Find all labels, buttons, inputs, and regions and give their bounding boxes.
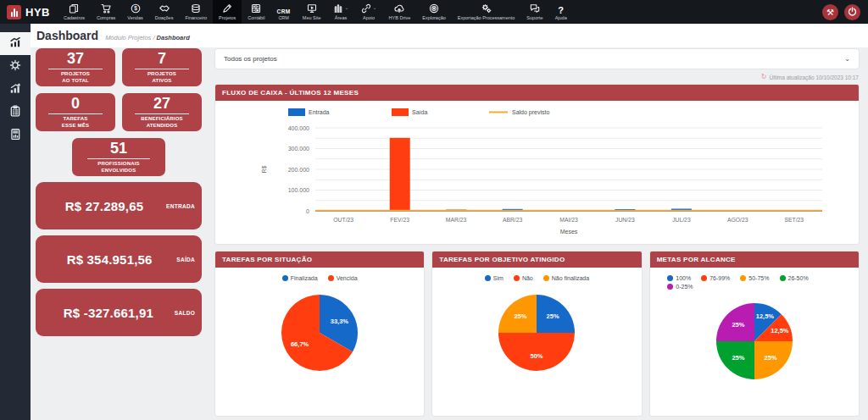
svg-text:25%: 25% [515,312,527,320]
sidebar-item-3[interactable] [0,78,31,101]
nav-item-label: HYB Drive [389,16,411,21]
sidebar-item-1[interactable] [0,32,31,55]
nav-item-ajuda[interactable]: ?Ajuda [549,0,573,24]
nav-item-crm[interactable]: CRMCRM [270,0,296,24]
legend-dot-icon [667,284,673,290]
svg-text:50%: 50% [531,352,543,360]
nav-item-exporta-o-processamento[interactable]: Exportação Processamento [452,0,521,24]
main-content: Todos os projetos ⌄ ↻ Última atualização… [214,48,860,417]
page-title: Dashboard [36,29,98,42]
money-value: R$ 27.289,65 [42,199,166,213]
legend-dot-icon [328,275,334,281]
nav-item-explora-o[interactable]: Exploração [416,0,452,24]
hyb-logo[interactable]: HYB [0,5,58,19]
nav-item-vendas[interactable]: $Vendas [121,0,148,24]
legend-dot-icon [485,275,491,281]
svg-text:Saída: Saída [412,109,427,115]
legend-item: Não [514,275,533,281]
tools-button[interactable]: ⚒ [822,4,838,20]
stat-card-projetos-ativos: 7 PROJETOSATIVOS [122,48,202,86]
stat-value: 27 [153,96,170,111]
legend-item: 100% [667,275,691,281]
nav-item--reas[interactable]: ⌄Áreas [327,0,355,24]
nav-item-label: Suporte [526,16,542,21]
power-icon [848,7,857,18]
nav-item-label: Cadastros [64,16,85,21]
dashboard-chart-icon [9,36,21,52]
svg-text:SET/23: SET/23 [784,217,804,223]
gear-icon [9,59,21,75]
legend-item: Finalizada [282,275,318,281]
legend-dot-icon [780,275,786,281]
project-filter-select[interactable]: Todos os projetos ⌄ [214,48,860,69]
svg-text:0: 0 [306,208,309,214]
svg-text:300.000: 300.000 [288,146,309,152]
tasks-status-panel: TAREFAS POR SITUAÇÃO FinalizadaVencida33… [214,251,425,417]
nav-item-label: Apoio [363,16,375,21]
tasks-objective-panel: TAREFAS POR OBJETIVO ATINGIDO SimNãoNão … [431,251,642,417]
nav-item-projetos[interactable]: Projetos [213,0,242,24]
legend-item: Sim [485,275,504,281]
refresh-icon: ↻ [761,74,767,80]
pie-legend: 100%76-99%50-75%26-50%0-25% [667,275,841,290]
nav-item-hyb-drive[interactable]: HYB Drive [383,0,417,24]
nav-item-label: Áreas [335,16,347,21]
svg-text:AGO/23: AGO/23 [727,217,748,223]
tasks-status-panel-title: TAREFAS POR SITUAÇÃO [215,251,424,268]
sidebar-item-5[interactable] [0,124,31,146]
stat-card-beneficiarios: 27 BENEFICIÁRIOSATENDIDOS [122,93,202,131]
nav-item-financeiro[interactable]: Financeiro [179,0,213,24]
sidebar-item-4[interactable] [0,101,31,124]
report-icon [9,128,21,143]
nav-item-cont-bil[interactable]: Contábil [242,0,270,24]
stat-card-profissionais: 51 PROFISSIONAISENVOLVIDOS [72,138,165,176]
nav-item-cadastros[interactable]: Cadastros [58,0,91,24]
last-update-status: ↻ Última atualização 10/10/2023 10:17 [215,74,859,80]
tools-icon: ⚒ [826,8,834,17]
nav-item-compras[interactable]: Compras [91,0,121,24]
nav-item-doa-es[interactable]: Doações [149,0,180,24]
tasks-status-pie-chart: FinalizadaVencida33,3%66,7% [215,275,424,383]
money-label: SAÍDA [176,257,195,262]
nav-item-meu-site[interactable]: Meu Site [297,0,327,24]
stat-value: 37 [67,51,84,66]
money-value: R$ 354.951,56 [42,252,176,267]
nav-item-label: Contábil [248,16,264,21]
svg-text:$: $ [134,6,137,13]
growth-chart-icon [9,82,21,97]
money-card-saldo: R$ -327.661,91 SALDO [36,289,202,336]
legend-dot-icon [543,275,549,281]
nav-item-label: Exploração [422,16,446,21]
svg-text:25%: 25% [764,354,776,362]
legend-dot-icon [667,275,673,281]
cashflow-chart: 0100.000200.000300.000400.000R$OUT/23FEV… [215,101,859,245]
hyb-logo-icon [7,5,21,19]
chevron-down-icon: ⌄ [844,55,850,63]
stat-label: BENEFICIÁRIOSATENDIDOS [141,116,183,130]
breadcrumb-module: Módulo Projetos [105,34,151,41]
money-value: R$ -327.661,91 [42,306,175,320]
money-label: SALDO [175,310,195,316]
cashflow-panel-title: FLUXO DE CAIXA - ÚLTIMOS 12 MESES [215,85,859,101]
svg-text:JUN/23: JUN/23 [615,217,635,223]
svg-text:R$: R$ [261,165,267,173]
app-window: HYB CadastrosCompras$VendasDoaçõesFinanc… [0,0,868,420]
svg-text:FEV/23: FEV/23 [390,217,409,223]
cashflow-panel: FLUXO DE CAIXA - ÚLTIMOS 12 MESES 0100.0… [214,84,860,245]
legend-dot-icon [701,275,707,281]
power-button[interactable] [844,4,860,20]
breadcrumb-current: Dashboard [157,34,190,41]
pie-legend: FinalizadaVencida [282,275,358,281]
legend-item: 50-75% [740,275,769,281]
goals-reach-panel: METAS POR ALCANCE 100%76-99%50-75%26-50%… [649,251,860,417]
stat-label: PROJETOSAO TOTAL [61,71,90,85]
left-sidebar [0,24,31,420]
svg-text:33,3%: 33,3% [331,318,349,325]
nav-item-suporte[interactable]: Suporte [520,0,548,24]
topnav-items: CadastrosCompras$VendasDoaçõesFinanceiro… [58,0,573,24]
stat-label: TAREFASESSE MÊS [62,116,89,130]
nav-item-apoio[interactable]: ⌄Apoio [355,0,383,24]
hyb-logo-text: HYB [25,6,50,19]
sidebar-item-2[interactable] [0,55,31,78]
top-navigation: HYB CadastrosCompras$VendasDoaçõesFinanc… [0,0,868,24]
